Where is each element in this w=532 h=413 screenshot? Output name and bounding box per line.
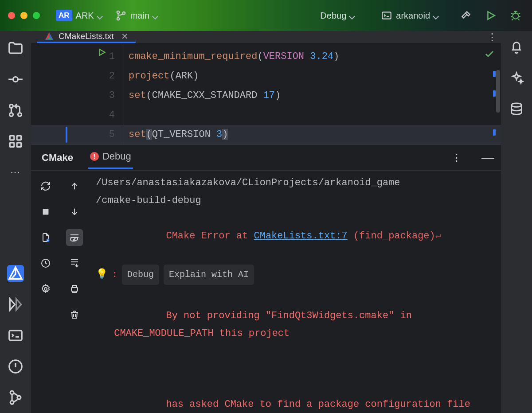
window-controls: [8, 12, 40, 19]
svg-point-8: [18, 113, 22, 117]
print-button[interactable]: [66, 281, 83, 297]
notifications-tool[interactable]: [509, 40, 524, 55]
suggestion-explain-ai[interactable]: Explain with AI: [164, 265, 254, 285]
open-file-button[interactable]: [37, 229, 54, 246]
console-line: By not providing "FindQt3Widgets.cmake" …: [96, 289, 494, 378]
titlebar: AR ARK main Debug arkanoid: [0, 0, 532, 31]
bulb-icon: 💡: [96, 266, 108, 284]
svg-point-0: [117, 11, 119, 13]
inspection-ok-icon[interactable]: [484, 49, 495, 62]
cmake-tool[interactable]: [7, 265, 24, 282]
terminal-tool[interactable]: [7, 327, 24, 344]
chevron-down-icon: [153, 11, 157, 21]
console-line: /Users/anastasiakazakova/CLionProjects/a…: [96, 174, 494, 192]
svg-rect-13: [9, 331, 22, 340]
chevron-down-icon: [350, 11, 354, 21]
scrollbar-thumb[interactable]: [496, 70, 500, 113]
ai-suggestions: 💡: Debug Explain with AI: [96, 265, 494, 285]
editor-tab[interactable]: CMakeLists.txt ✕: [37, 31, 136, 43]
commit-tool[interactable]: [7, 71, 24, 88]
svg-rect-22: [71, 288, 78, 291]
pull-request-tool[interactable]: [7, 102, 24, 119]
history-button[interactable]: [37, 255, 54, 272]
more-tools[interactable]: ⋯: [7, 164, 24, 181]
gutter: 12345: [31, 43, 124, 144]
terminal-icon: [381, 10, 392, 21]
minimize-window-icon[interactable]: [20, 12, 27, 19]
close-tab-icon[interactable]: ✕: [121, 31, 129, 42]
run-gutter-icon[interactable]: [98, 48, 106, 59]
maximize-window-icon[interactable]: [33, 12, 40, 19]
up-button[interactable]: [66, 178, 83, 195]
run-target-name: arkanoid: [396, 11, 430, 21]
database-tool[interactable]: [509, 102, 524, 117]
run-target-selector[interactable]: arkanoid: [378, 8, 441, 23]
svg-rect-11: [10, 143, 14, 147]
debug-button[interactable]: [507, 8, 524, 23]
reload-button[interactable]: [37, 178, 54, 195]
build-config-selector[interactable]: Debug: [317, 9, 357, 23]
console-error-line: CMake Error at CMakeLists.txt:7 (find_pa…: [96, 210, 494, 263]
panel-minimize-icon[interactable]: —: [479, 151, 497, 165]
tab-options-icon[interactable]: ⋮: [483, 31, 501, 43]
project-tool[interactable]: [7, 40, 24, 57]
panel-tab-debug-label: Debug: [102, 151, 131, 162]
svg-point-17: [17, 396, 21, 399]
settings-button[interactable]: [37, 281, 54, 297]
problems-tool[interactable]: [7, 358, 24, 375]
clear-button[interactable]: [66, 306, 83, 323]
svg-point-5: [13, 77, 18, 82]
tool-window: CMake ! Debug ⋮ —: [31, 144, 501, 413]
chevron-down-icon: [434, 11, 438, 21]
run-button[interactable]: [482, 8, 499, 23]
error-file-link[interactable]: CMakeLists.txt:7: [254, 230, 347, 242]
svg-point-21: [44, 288, 47, 290]
cmake-file-icon: [44, 31, 54, 41]
build-config-name: Debug: [320, 11, 346, 21]
softwrap-button[interactable]: [66, 229, 83, 246]
scroll-to-end-button[interactable]: [66, 255, 83, 272]
svg-rect-9: [10, 136, 14, 140]
vcs-tool[interactable]: [7, 389, 24, 406]
branch-icon: [115, 10, 127, 21]
panel-options-icon[interactable]: ⋮: [448, 152, 466, 164]
branch-name: main: [130, 11, 149, 21]
close-window-icon[interactable]: [8, 12, 15, 19]
suggestion-debug[interactable]: Debug: [122, 265, 159, 285]
svg-point-7: [10, 113, 13, 117]
structure-tool[interactable]: [7, 133, 24, 150]
left-toolbar: ⋯: [0, 31, 31, 413]
bug-icon: [510, 10, 521, 21]
panel-tab-cmake[interactable]: CMake: [40, 148, 75, 168]
services-tool[interactable]: [7, 296, 24, 313]
ai-assistant-tool[interactable]: [509, 71, 524, 86]
marker-icon[interactable]: [493, 90, 496, 97]
editor-tabs: CMakeLists.txt ✕ ⋮: [31, 31, 501, 43]
svg-point-4: [513, 13, 519, 19]
panel-tab-debug[interactable]: ! Debug: [88, 146, 133, 169]
panel-tabbar: CMake ! Debug ⋮ —: [31, 145, 501, 171]
svg-point-1: [117, 18, 119, 20]
stop-button[interactable]: [37, 203, 54, 220]
console-line: /cmake-build-debug: [96, 192, 494, 210]
code-area[interactable]: cmake_minimum_required(VERSION 3.24)proj…: [124, 43, 501, 144]
project-selector[interactable]: AR ARK: [53, 8, 105, 23]
console-output[interactable]: /Users/anastasiakazakova/CLionProjects/a…: [89, 171, 501, 413]
branch-selector[interactable]: main: [113, 8, 160, 23]
project-name: ARK: [76, 11, 94, 21]
marker-icon[interactable]: [493, 129, 496, 136]
right-toolbar: [501, 31, 532, 413]
down-button[interactable]: [66, 203, 83, 220]
tab-filename: CMakeLists.txt: [59, 31, 114, 41]
error-badge-icon: !: [90, 152, 99, 161]
svg-rect-18: [43, 209, 48, 215]
code-editor[interactable]: 12345 cmake_minimum_required(VERSION 3.2…: [31, 43, 501, 144]
marker-icon[interactable]: [493, 71, 496, 77]
chevron-down-icon: [98, 11, 102, 21]
svg-rect-3: [383, 12, 391, 19]
svg-rect-12: [17, 143, 21, 147]
svg-point-23: [512, 103, 522, 107]
console-line: has asked CMake to find a package config…: [96, 378, 494, 413]
svg-point-15: [10, 391, 14, 394]
build-button[interactable]: [458, 8, 474, 23]
